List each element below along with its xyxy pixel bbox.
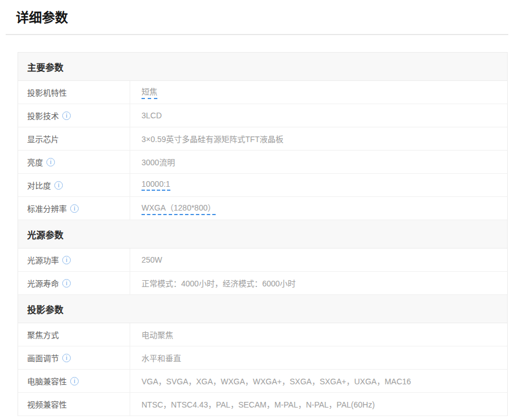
spec-label-cell: 投影机特性 (18, 81, 130, 104)
info-icon[interactable]: i (70, 204, 79, 213)
spec-label-cell: 亮度 i (18, 151, 130, 173)
spec-label-cell: 显示芯片 (18, 127, 130, 150)
spec-label-cell: 光源寿命 i (18, 272, 130, 294)
spec-value-cell: 短焦 (130, 81, 507, 104)
spec-value: 250W (142, 255, 162, 264)
spec-row: 投影技术 i 3LCD (18, 104, 507, 127)
spec-value-cell: NTSC，NTSC4.43，PAL，SECAM，M-PAL，N-PAL，PAL(… (130, 393, 507, 415)
page-title: 详细参数 (16, 9, 523, 26)
spec-label: 亮度 (27, 156, 43, 168)
spec-label: 标准分辨率 (27, 203, 67, 214)
spec-label: 显示芯片 (27, 133, 59, 144)
spec-label: 投影机特性 (27, 87, 67, 98)
spec-row: 电脑兼容性 i VGA，SVGA，XGA，WXGA，WXGA+，SXGA，SXG… (18, 370, 507, 393)
spec-label-cell: 对比度 i (18, 174, 130, 196)
spec-label: 光源功率 (27, 254, 59, 265)
spec-label-cell: 画面调节 i (18, 346, 130, 369)
spec-label-cell: 聚焦方式 (18, 323, 130, 346)
spec-value-cell: 10000:1 (130, 174, 507, 196)
spec-value: 3000流明 (142, 156, 175, 168)
spec-row: 聚焦方式 电动聚焦 (18, 323, 507, 346)
spec-label-cell: 电脑兼容性 i (18, 370, 130, 392)
spec-label-cell: 投影技术 i (18, 104, 130, 127)
spec-row: 投影机特性 短焦 (18, 81, 507, 104)
spec-section: 主要参数 投影机特性 短焦 投影技术 i 3LCD 显示芯片 3×0.59英寸多… (18, 53, 507, 220)
spec-row: 光源功率 i 250W (18, 248, 507, 272)
spec-value-cell: VGA，SVGA，XGA，WXGA，WXGA+，SXGA，SXGA+，UXGA，… (130, 370, 507, 392)
spec-value: NTSC，NTSC4.43，PAL，SECAM，M-PAL，N-PAL，PAL(… (142, 398, 375, 410)
info-icon[interactable]: i (62, 256, 71, 264)
section-header: 光源参数 (18, 220, 507, 248)
info-icon[interactable]: i (62, 279, 71, 288)
section-rows: 光源功率 i 250W 光源寿命 i 正常模式：4000小时，经济模式：6000… (18, 248, 507, 295)
spec-row: 显示芯片 3×0.59英寸多晶硅有源矩阵式TFT液晶板 (18, 127, 507, 151)
info-icon[interactable]: i (70, 377, 79, 385)
spec-row: 标准分辨率 i WXGA（1280*800） (18, 197, 507, 220)
info-icon[interactable]: i (54, 181, 63, 190)
spec-label: 光源寿命 (27, 277, 59, 289)
section-header: 主要参数 (18, 53, 507, 81)
spec-value-cell: 3000流明 (130, 151, 507, 173)
spec-label-cell: 视频兼容性 (18, 393, 130, 415)
spec-row: 画面调节 i 水平和垂直 (18, 346, 507, 370)
spec-label: 画面调节 (27, 352, 59, 363)
spec-row: 对比度 i 10000:1 (18, 174, 507, 197)
spec-value-cell: 水平和垂直 (130, 346, 507, 369)
spec-label-cell: 光源功率 i (18, 248, 130, 271)
spec-label: 电脑兼容性 (27, 375, 67, 387)
spec-value: 3LCD (142, 111, 162, 120)
info-icon[interactable]: i (62, 112, 71, 120)
section-header: 投影参数 (18, 295, 507, 323)
spec-row: 视频兼容性 NTSC，NTSC4.43，PAL，SECAM，M-PAL，N-PA… (18, 393, 507, 416)
section-title: 主要参数 (27, 60, 63, 74)
spec-value-tooltip-link[interactable]: WXGA（1280*800） (142, 202, 216, 215)
section-title: 投影参数 (27, 302, 63, 316)
title-divider (6, 34, 508, 35)
spec-value-tooltip-link[interactable]: 短焦 (142, 85, 157, 99)
spec-value-cell: WXGA（1280*800） (130, 197, 507, 220)
section-rows: 聚焦方式 电动聚焦 画面调节 i 水平和垂直 电脑兼容性 i VGA，SVGA，… (18, 323, 507, 416)
spec-value-cell: 3LCD (130, 104, 507, 127)
spec-value-cell: 250W (130, 248, 507, 271)
section-title: 光源参数 (27, 228, 63, 241)
spec-value-cell: 电动聚焦 (130, 323, 507, 346)
spec-value: 水平和垂直 (142, 352, 181, 363)
spec-value: 电动聚焦 (142, 329, 173, 340)
spec-value-cell: 正常模式：4000小时，经济模式：6000小时 (130, 272, 507, 294)
spec-value: 3×0.59英寸多晶硅有源矩阵式TFT液晶板 (142, 133, 284, 144)
spec-label: 聚焦方式 (27, 329, 59, 340)
spec-value-tooltip-link[interactable]: 10000:1 (142, 179, 170, 191)
spec-row: 光源寿命 i 正常模式：4000小时，经济模式：6000小时 (18, 272, 507, 295)
spec-label: 对比度 (27, 179, 51, 191)
spec-value: 正常模式：4000小时，经济模式：6000小时 (142, 277, 295, 289)
spec-section: 投影参数 聚焦方式 电动聚焦 画面调节 i 水平和垂直 电脑兼容性 i VGA，… (18, 295, 507, 416)
spec-section: 光源参数 光源功率 i 250W 光源寿命 i 正常模式：4000小时，经济模式… (18, 220, 507, 295)
info-icon[interactable]: i (46, 158, 55, 166)
spec-label-cell: 标准分辨率 i (18, 197, 130, 220)
spec-row: 亮度 i 3000流明 (18, 151, 507, 174)
info-icon[interactable]: i (62, 354, 71, 362)
spec-label: 投影技术 (27, 110, 59, 121)
spec-table: 主要参数 投影机特性 短焦 投影技术 i 3LCD 显示芯片 3×0.59英寸多… (18, 52, 508, 416)
spec-label: 视频兼容性 (27, 398, 67, 410)
spec-value-cell: 3×0.59英寸多晶硅有源矩阵式TFT液晶板 (130, 127, 507, 150)
spec-value: VGA，SVGA，XGA，WXGA，WXGA+，SXGA，SXGA+，UXGA，… (142, 375, 411, 387)
section-rows: 投影机特性 短焦 投影技术 i 3LCD 显示芯片 3×0.59英寸多晶硅有源矩… (18, 81, 507, 220)
